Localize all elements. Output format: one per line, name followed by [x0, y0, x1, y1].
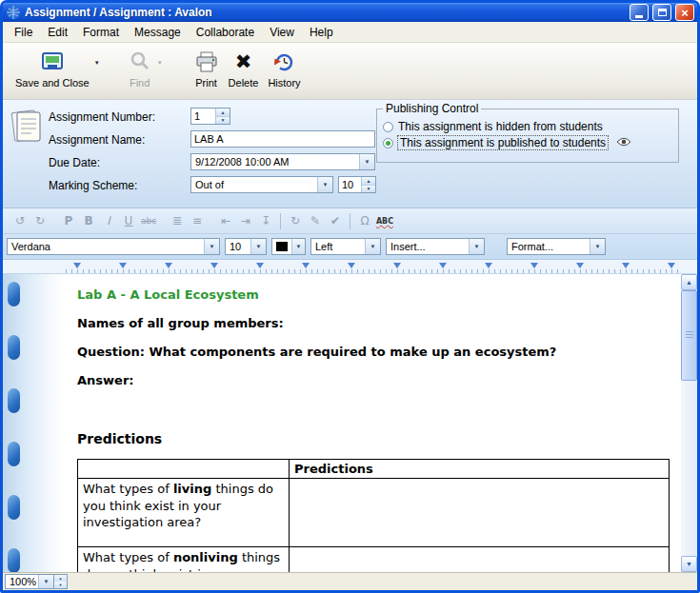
color-swatch-black: [276, 242, 288, 251]
answer-cell[interactable]: [290, 479, 670, 547]
assignment-number-spinner[interactable]: 1 ▲▼: [190, 108, 230, 125]
marking-scheme-select[interactable]: Out of ▼: [190, 176, 333, 193]
spin-up-icon[interactable]: ▲: [362, 177, 375, 185]
strikethrough-icon[interactable]: abc: [139, 211, 158, 230]
answer-line: Answer:: [77, 373, 677, 387]
table-row: What types of nonliving things do you th…: [78, 547, 670, 573]
save-and-close-label: Save and Close: [15, 77, 90, 89]
vertical-scrollbar[interactable]: ▲ ▼: [681, 274, 697, 572]
ruler[interactable]: [3, 260, 697, 274]
assignment-icon: [10, 108, 43, 147]
history-button[interactable]: History: [263, 47, 305, 90]
chevron-down-icon[interactable]: ▼: [38, 575, 53, 588]
indent-icon[interactable]: ⇥: [236, 211, 255, 230]
spellcheck-icon[interactable]: ABC: [375, 211, 394, 230]
underline-icon[interactable]: U: [119, 211, 138, 230]
plain-style-icon[interactable]: P: [59, 211, 78, 230]
chevron-down-icon[interactable]: ▼: [469, 239, 484, 254]
spin-up-icon[interactable]: ▲: [54, 575, 67, 582]
assignment-name-label: Assignment Name:: [49, 131, 145, 148]
zoom-value: 100%: [6, 576, 38, 587]
save-options-chevron-icon[interactable]: ▼: [94, 60, 100, 66]
menu-item-collaborate[interactable]: Collaborate: [189, 24, 262, 41]
spin-down-icon[interactable]: ▼: [216, 116, 230, 125]
chevron-down-icon[interactable]: ▼: [291, 239, 305, 254]
delete-button[interactable]: ✖ Delete: [224, 47, 264, 90]
font-family-select[interactable]: Verdana ▼: [7, 238, 220, 255]
title-bar[interactable]: Assignment / Assignment : Avalon ×: [3, 3, 697, 22]
assignment-form-panel: Assignment Number: Assignment Name: Due …: [3, 100, 697, 208]
chevron-down-icon[interactable]: ▼: [365, 239, 380, 254]
font-color-select[interactable]: ▼: [271, 238, 306, 255]
answer-cell[interactable]: [290, 547, 670, 573]
spin-down-icon[interactable]: ▼: [362, 185, 375, 193]
spin-up-icon[interactable]: ▲: [216, 109, 230, 116]
menu-item-file[interactable]: File: [7, 24, 40, 41]
list-icon[interactable]: ≣: [168, 211, 187, 230]
undo-icon[interactable]: ↺: [10, 211, 30, 230]
alignment-value: Left: [311, 241, 365, 252]
maximize-button[interactable]: [652, 4, 671, 21]
special-characters-icon[interactable]: Ω: [355, 211, 374, 230]
zoom-select[interactable]: 100% ▼: [5, 574, 54, 589]
assignment-number-label: Assignment Number:: [49, 109, 155, 126]
formatting-icon-bar: ↺ ↻ P B I U abc ≣ ≡ ⇤ ⇥ ↧ ↻ ✎ ✔ Ω ABC: [3, 208, 697, 234]
outdent-icon[interactable]: ⇤: [216, 211, 235, 230]
italic-icon[interactable]: I: [99, 211, 118, 230]
zoom-spinner[interactable]: ▲ ▼: [54, 574, 68, 589]
find-button[interactable]: Find: [123, 47, 157, 90]
scroll-up-icon[interactable]: ▲: [681, 274, 697, 290]
alignment-select[interactable]: Left ▼: [310, 238, 381, 255]
chevron-down-icon[interactable]: ▼: [590, 239, 605, 254]
table-header-empty: [78, 460, 290, 479]
menu-item-message[interactable]: Message: [127, 24, 189, 41]
menu-item-view[interactable]: View: [262, 24, 302, 41]
tab-stop-marker: [302, 263, 310, 268]
save-and-close-button[interactable]: Save and Close: [10, 47, 94, 90]
hidden-radio[interactable]: [383, 122, 393, 132]
find-options-chevron-icon[interactable]: ▼: [157, 60, 163, 66]
menu-item-help[interactable]: Help: [302, 24, 341, 41]
assignment-name-input[interactable]: [190, 130, 375, 148]
insert-select[interactable]: Insert... ▼: [386, 238, 485, 255]
print-button[interactable]: Print: [190, 47, 224, 90]
numbered-list-icon[interactable]: ≡: [188, 211, 207, 230]
document-body[interactable]: Lab A - A Local Ecosystem Names of all g…: [77, 274, 677, 572]
window-title: Assignment / Assignment : Avalon: [25, 6, 626, 19]
close-button[interactable]: ×: [675, 4, 694, 21]
chevron-down-icon[interactable]: ▼: [204, 239, 219, 254]
scroll-down-icon[interactable]: ▼: [681, 556, 697, 572]
font-size-select[interactable]: 10 ▼: [225, 238, 267, 255]
due-date-select[interactable]: 9/12/2008 10:00 AM ▼: [190, 153, 375, 170]
chevron-down-icon[interactable]: ▼: [250, 239, 266, 254]
menu-item-edit[interactable]: Edit: [40, 24, 75, 41]
chevron-down-icon[interactable]: ▼: [359, 154, 374, 169]
font-size-value: 10: [226, 241, 250, 252]
tab-stop-marker: [348, 263, 355, 268]
spin-down-icon[interactable]: ▼: [54, 582, 67, 588]
redo-icon[interactable]: ↻: [30, 211, 50, 230]
table-header-predictions: Predictions: [290, 460, 670, 479]
approve-check-icon[interactable]: ✔: [326, 211, 345, 230]
format-select[interactable]: Format... ▼: [507, 238, 606, 255]
binder-dot: [8, 335, 20, 360]
history-label: History: [268, 77, 300, 89]
print-label: Print: [195, 77, 217, 89]
refresh-icon[interactable]: ↻: [286, 211, 305, 230]
published-option-row[interactable]: This assignment is published to students: [383, 136, 672, 149]
chevron-down-icon[interactable]: ▼: [317, 177, 332, 192]
marking-points-spinner[interactable]: 10 ▲▼: [338, 176, 376, 193]
bold-icon[interactable]: B: [79, 211, 98, 230]
edit-pencil-icon[interactable]: ✎: [306, 211, 325, 230]
tab-stop-marker: [668, 263, 675, 268]
save-and-close-icon: [40, 49, 65, 74]
scrollbar-thumb[interactable]: [681, 290, 697, 381]
document-area[interactable]: Lab A - A Local Ecosystem Names of all g…: [3, 274, 697, 572]
tab-stop-marker: [119, 263, 127, 268]
hidden-option-row[interactable]: This assignment is hidden from students: [383, 120, 672, 133]
minimize-button[interactable]: [630, 4, 649, 21]
menu-item-format[interactable]: Format: [75, 24, 127, 41]
published-radio[interactable]: [383, 138, 393, 148]
stationery-margin: [3, 274, 66, 572]
move-down-icon[interactable]: ↧: [256, 211, 275, 230]
